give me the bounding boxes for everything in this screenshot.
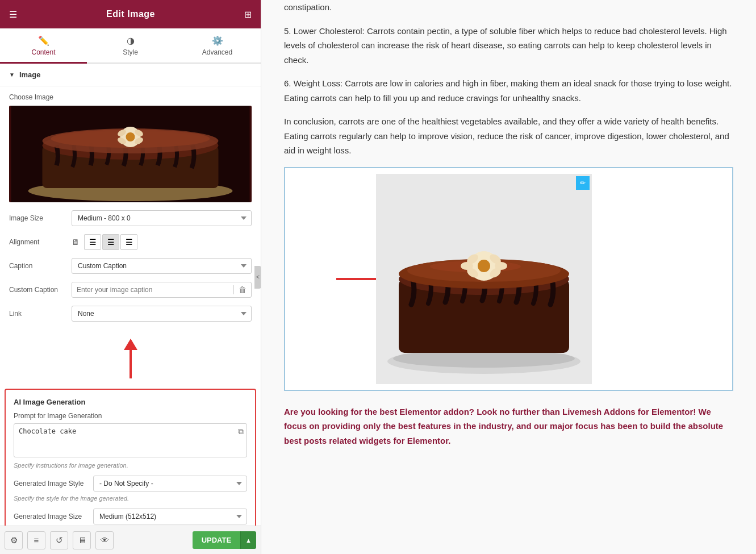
style-select-wrap[interactable]: - Do Not Specify - (93, 476, 247, 491)
advanced-tab-icon: ⚙️ (212, 35, 223, 46)
article-para-1: 5. Lower Cholesterol: Carrots contain pe… (284, 24, 733, 68)
link-select[interactable]: None (72, 306, 252, 322)
tab-content[interactable]: ✏️ Content (0, 28, 87, 64)
footer-settings-icon[interactable]: ⚙ (5, 531, 23, 549)
prompt-hint: Specify instructions for image generatio… (14, 462, 247, 469)
footer-layers-icon[interactable]: ≡ (27, 531, 45, 549)
style-select[interactable]: - Do Not Specify - (93, 476, 247, 491)
textarea-copy-icon[interactable]: ⧉ (238, 427, 244, 436)
tab-content-label: Content (31, 48, 55, 56)
size-label: Generated Image Size (14, 513, 93, 520)
footer-icons: ⚙ ≡ ↺ 🖥 👁 (5, 531, 114, 549)
svg-point-7 (126, 132, 135, 141)
promo-text: Are you looking for the best Elementor a… (284, 405, 733, 448)
up-arrow-container (0, 339, 261, 384)
alignment-buttons-group: ☰ ☰ ☰ (84, 234, 252, 250)
image-size-label: Image Size (9, 214, 72, 222)
ai-section-title: AI Image Generation (14, 398, 247, 406)
article-image-block: ✏ (284, 167, 733, 391)
custom-caption-clear-btn[interactable]: 🗑 (233, 285, 251, 294)
prompt-textarea[interactable]: Chocolate cake (14, 423, 247, 457)
size-select-wrap[interactable]: Medium (512x512) (93, 509, 247, 524)
custom-caption-row: Custom Caption 🗑 (9, 282, 252, 298)
svg-point-23 (478, 260, 490, 272)
caption-row: Caption Custom Caption (9, 258, 252, 274)
image-preview[interactable] (9, 106, 252, 202)
choose-image-label: Choose Image (9, 93, 252, 101)
monitor-icon: 🖥 (72, 238, 80, 247)
content-tab-icon: ✏️ (38, 35, 49, 46)
hamburger-icon[interactable]: ☰ (9, 9, 17, 20)
article-image-placeholder[interactable]: ✏ (376, 174, 592, 384)
image-size-value[interactable]: Medium - 800 x 0 (72, 210, 252, 226)
link-select-wrap[interactable]: None (72, 306, 252, 322)
ai-image-generation-section: AI Image Generation Prompt for Image Gen… (5, 389, 256, 526)
custom-caption-input[interactable] (72, 282, 233, 297)
align-right-btn[interactable]: ☰ (120, 234, 137, 250)
caption-select[interactable]: Custom Caption (72, 258, 252, 274)
caption-label: Caption (9, 262, 72, 270)
section-arrow-icon: ▼ (9, 72, 15, 78)
size-select[interactable]: Medium (512x512) (93, 509, 247, 524)
article-para-3: In conclusion, carrots are one of the he… (284, 114, 733, 158)
update-dropdown-btn[interactable]: ▲ (240, 531, 256, 549)
update-button[interactable]: UPDATE (193, 531, 240, 549)
update-btn-wrap: UPDATE ▲ (193, 531, 256, 549)
custom-caption-label: Custom Caption (9, 286, 72, 294)
collapse-handle[interactable]: < (254, 266, 261, 289)
image-section-header[interactable]: ▼ Image (0, 64, 261, 86)
panel-title: Edit Image (106, 9, 155, 19)
link-label: Link (9, 310, 72, 318)
cake-preview-svg (9, 106, 252, 202)
footer-responsive-icon[interactable]: 🖥 (73, 531, 91, 549)
right-panel: constipation. 5. Lower Cholesterol: Carr… (261, 0, 756, 554)
panel-header: ☰ Edit Image ⊞ (0, 0, 261, 28)
grid-icon[interactable]: ⊞ (244, 9, 252, 20)
edit-image-overlay-btn[interactable]: ✏ (576, 176, 590, 190)
image-size-select[interactable]: Medium - 800 x 0 (72, 210, 252, 226)
left-panel: ☰ Edit Image ⊞ ✏️ Content ◑ Style ⚙️ Adv… (0, 0, 261, 554)
image-section-title: Image (19, 70, 41, 79)
align-left-btn[interactable]: ☰ (84, 234, 101, 250)
article-para-2: 6. Weight Loss: Carrots are low in calor… (284, 76, 733, 105)
size-row: Generated Image Size Medium (512x512) (14, 509, 247, 524)
panel-footer: ⚙ ≡ ↺ 🖥 👁 UPDATE ▲ (0, 526, 261, 554)
style-tab-icon: ◑ (127, 35, 135, 46)
footer-history-icon[interactable]: ↺ (50, 531, 68, 549)
style-hint: Specify the style for the image generate… (14, 495, 247, 502)
alignment-label: Alignment (9, 238, 72, 246)
caption-select-wrap[interactable]: Custom Caption (72, 258, 252, 274)
tab-style[interactable]: ◑ Style (87, 28, 174, 64)
prompt-label: Prompt for Image Generation (14, 412, 247, 420)
style-row: Generated Image Style - Do Not Specify - (14, 476, 247, 491)
image-size-row: Image Size Medium - 800 x 0 (9, 210, 252, 226)
svg-point-29 (495, 262, 507, 270)
textarea-wrap: Chocolate cake ⧉ (14, 423, 247, 460)
article-text: constipation. 5. Lower Cholesterol: Carr… (284, 0, 733, 158)
tab-advanced[interactable]: ⚙️ Advanced (174, 28, 261, 64)
footer-preview-icon[interactable]: 👁 (95, 531, 114, 549)
alignment-row: Alignment 🖥 ☰ ☰ ☰ (9, 234, 252, 250)
image-section-body: Choose Image (0, 86, 261, 336)
panel-body: ▼ Image Choose Image (0, 64, 261, 526)
panel-tabs: ✏️ Content ◑ Style ⚙️ Advanced (0, 28, 261, 64)
article-cake-svg (376, 174, 592, 384)
svg-marker-13 (124, 339, 137, 350)
custom-caption-input-wrap: 🗑 (72, 282, 252, 298)
tab-style-label: Style (123, 48, 138, 56)
up-arrow-indicator (119, 339, 142, 384)
tab-advanced-label: Advanced (202, 48, 232, 56)
article-para-0: constipation. (284, 0, 733, 15)
style-label: Generated Image Style (14, 480, 93, 488)
svg-point-28 (461, 262, 473, 270)
align-center-btn[interactable]: ☰ (102, 234, 119, 250)
link-row: Link None (9, 306, 252, 322)
